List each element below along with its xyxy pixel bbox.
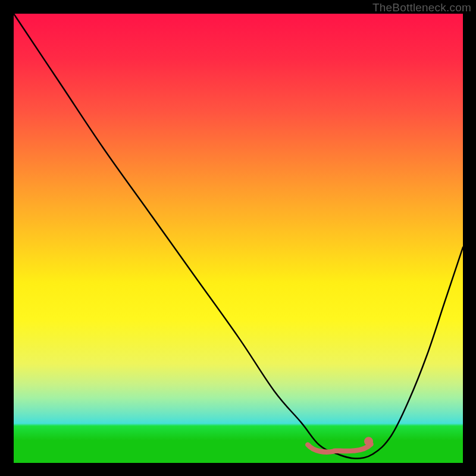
chart-gradient-background: [14, 14, 463, 463]
attribution-watermark: TheBottleneck.com: [372, 1, 471, 14]
bottleneck-chart: TheBottleneck.com: [0, 0, 476, 476]
